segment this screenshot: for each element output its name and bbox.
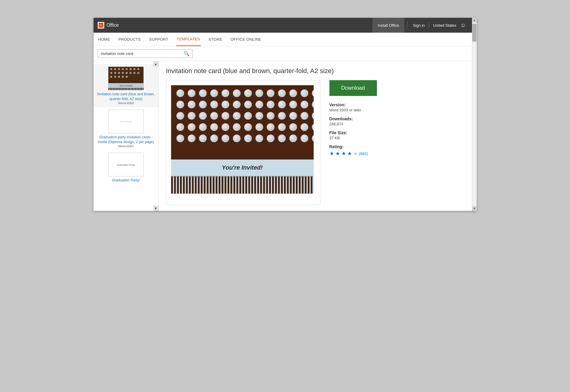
nav-item-templates[interactable]: TEMPLATES (176, 33, 201, 46)
polka-dot (188, 112, 195, 120)
polka-dot (267, 112, 274, 120)
thumb2-bg: Place Text Here (108, 110, 143, 133)
detail-body: You're Invited! Download Version: (166, 80, 465, 205)
thumb2-placeholder: Place Text Here (119, 120, 133, 124)
sign-in-link[interactable]: Sign in (410, 23, 427, 28)
sidebar-item-3-title: Graduation Party! (97, 178, 156, 183)
nav-item-home[interactable]: HOME (98, 33, 111, 46)
polka-dot (188, 89, 195, 97)
polka-dot (222, 135, 229, 142)
polka-dot (176, 101, 184, 108)
sidebar-item-3[interactable]: Graduation Party! Graduation Party! (94, 150, 159, 185)
polka-dot (244, 112, 252, 120)
download-button[interactable]: Download (329, 80, 377, 96)
preview-card: You're Invited! (171, 85, 314, 194)
polka-dot (289, 89, 297, 97)
thumb1-stripes (108, 88, 143, 90)
sidebar-item-1-title: Invitation note card (blue and brown, qu… (97, 92, 156, 101)
polka-dot (255, 112, 263, 120)
thumb1-dots (108, 67, 143, 79)
polka-dot (176, 135, 184, 142)
sidebar-scroll-down[interactable]: ▼ (153, 206, 159, 211)
polka-dot (233, 135, 241, 142)
sidebar-item-2[interactable]: Place Text Here Graduation party invitat… (94, 107, 159, 150)
top-bar-right: Install Office Sign in | United States ☺ (372, 18, 468, 33)
stars-wrap: ★ ★ ★ ★ ★ (682) (329, 150, 389, 157)
country-label[interactable]: United States (431, 23, 459, 28)
polka-dot (176, 112, 184, 120)
polka-dot (301, 112, 308, 120)
filesize-value: 37 KB (329, 136, 389, 140)
sidebar: ▲ You'r (94, 61, 159, 211)
polka-dot (210, 89, 218, 97)
polka-dot (278, 112, 286, 120)
scroll-down-arrow[interactable]: ▼ (472, 206, 477, 211)
polka-dot (233, 101, 241, 108)
sidebar-scroll-up[interactable]: ▲ (153, 61, 159, 67)
star-4: ★ (347, 150, 352, 157)
polka-dot (199, 101, 207, 108)
polka-dot (244, 89, 252, 97)
polka-dot (267, 101, 274, 108)
polka-dot (222, 112, 229, 120)
polka-dot (278, 101, 286, 108)
nav-bar: HOME PRODUCTS SUPPORT TEMPLATES STORE OF… (94, 33, 472, 46)
polka-dot (233, 89, 241, 97)
search-input-wrap: 🔍 (98, 49, 193, 58)
polka-dot (222, 89, 229, 97)
search-button[interactable]: 🔍 (181, 50, 192, 58)
rating-label: Rating: (329, 144, 389, 149)
polka-dot (244, 101, 252, 108)
polka-dot (176, 89, 184, 97)
sidebar-thumbnail-2: Place Text Here (108, 110, 144, 133)
sidebar-item-1[interactable]: You're Invited! Invitation note card (bl… (94, 64, 159, 107)
polka-dot (255, 135, 263, 142)
polka-dot (188, 135, 195, 142)
nav-item-products[interactable]: PRODUCTS (118, 33, 141, 46)
filesize-label: File Size: (329, 130, 389, 135)
polka-dot (199, 112, 207, 120)
scroll-up-arrow[interactable]: ▲ (472, 18, 477, 23)
polka-dot (278, 89, 286, 97)
downloads-value: 246,874 (329, 122, 389, 126)
thumb3-title: Graduation Party! (117, 164, 135, 166)
polka-dot (222, 101, 229, 108)
polka-dot (301, 123, 308, 131)
polka-dot (210, 112, 218, 120)
scrollbar-thumb[interactable] (472, 24, 476, 42)
polka-dot (267, 123, 274, 131)
polka-dot (199, 123, 207, 131)
office-logo-icon: O (99, 23, 103, 28)
polka-dot (199, 135, 207, 142)
polka-dot (222, 123, 229, 131)
star-3: ★ (341, 150, 346, 157)
star-5: ★ (353, 150, 358, 157)
search-bar-row: 🔍 (94, 46, 472, 61)
polka-dot (255, 101, 263, 108)
install-office-button[interactable]: Install Office (372, 18, 404, 33)
polka-dot (210, 123, 218, 131)
polka-dot (199, 89, 207, 97)
nav-item-office-online[interactable]: OFFICE ONLINE (230, 33, 262, 46)
top-bar-divider (407, 21, 408, 30)
detail-title: Invitation note card (blue and brown, qu… (166, 67, 465, 75)
search-input[interactable] (98, 50, 181, 58)
sidebar-thumbnail-1: You're Invited! (108, 67, 144, 90)
polka-dot (255, 89, 263, 97)
polka-dot (289, 135, 297, 142)
polka-dot (289, 112, 297, 120)
nav-item-store[interactable]: STORE (208, 33, 223, 46)
smiley-icon[interactable]: ☺ (459, 22, 468, 29)
thumb1-bg (108, 67, 143, 83)
card-polka (171, 85, 314, 159)
polka-dot (301, 89, 308, 97)
downloads-label: Downloads: (329, 116, 389, 121)
polka-dot (210, 101, 218, 108)
polka-dot (312, 123, 314, 131)
polka-dot (188, 101, 195, 108)
info-panel: Download Version: Word 2003 or later Dow… (329, 80, 389, 205)
nav-item-support[interactable]: SUPPORT (149, 33, 169, 46)
sidebar-thumbnail-3: Graduation Party! (108, 153, 144, 176)
rating-count[interactable]: (682) (359, 151, 368, 156)
polka-dot (188, 123, 195, 131)
